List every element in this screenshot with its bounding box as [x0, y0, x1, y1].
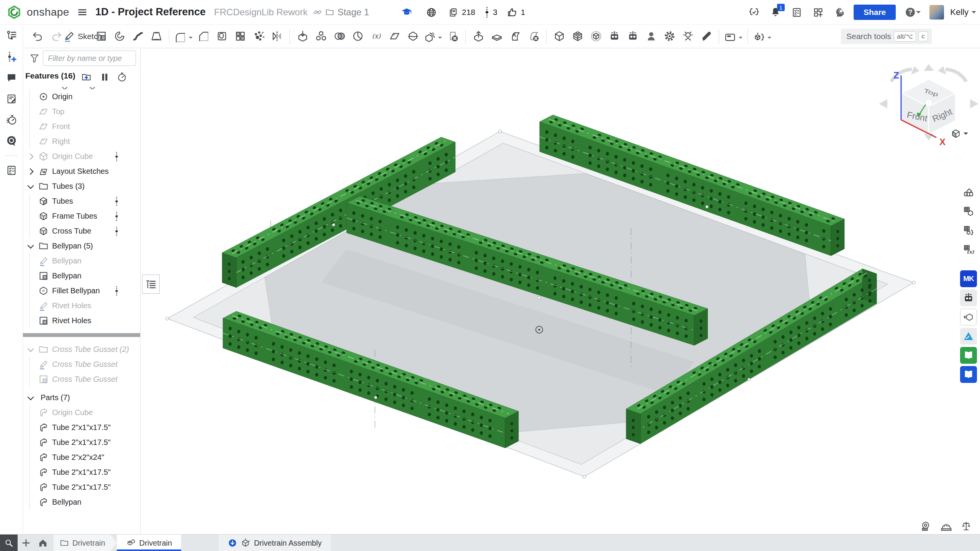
linear-pattern-button[interactable] — [231, 27, 249, 46]
chevron-icon[interactable] — [26, 408, 35, 417]
mkcad-app-button[interactable]: MK — [960, 270, 977, 287]
delete-part-button[interactable] — [443, 27, 462, 46]
view-options-button[interactable] — [947, 126, 971, 141]
main-menu-button[interactable] — [75, 5, 90, 20]
fillet-button[interactable] — [173, 28, 194, 47]
chevron-icon[interactable] — [26, 468, 35, 477]
rotate-east-arrow[interactable] — [970, 99, 978, 108]
mate-connector-button[interactable] — [679, 27, 697, 46]
feature-row[interactable]: Tube 2"x1"x17.5" — [23, 465, 140, 480]
chevron-icon[interactable] — [26, 137, 35, 146]
feature-row[interactable]: Tube 2"x1"x17.5" — [23, 420, 140, 435]
chevron-icon[interactable] — [26, 316, 35, 325]
derived-button[interactable] — [293, 27, 312, 46]
mirror-button[interactable] — [268, 27, 286, 46]
chevron-icon[interactable] — [26, 182, 35, 191]
history-button[interactable] — [3, 112, 20, 128]
feature-row[interactable]: Rivet Holes — [23, 313, 140, 328]
feature-row[interactable]: Fillet Bellypan — [23, 283, 140, 298]
model-canvas[interactable]: Top Front Right Z X — [141, 48, 980, 534]
chevron-icon[interactable] — [26, 227, 35, 236]
chevron-icon[interactable] — [26, 423, 35, 432]
split-button[interactable] — [404, 27, 422, 46]
sketch-button[interactable]: Sketch — [74, 27, 92, 46]
measure-button[interactable] — [918, 518, 934, 535]
composite-part-button[interactable] — [312, 27, 330, 46]
public-document-button[interactable] — [424, 5, 439, 20]
folder-name[interactable]: Stage 1 — [337, 7, 369, 18]
robot-feature-button[interactable] — [605, 27, 623, 46]
chevron-icon[interactable] — [26, 107, 35, 116]
graphics-viewport[interactable]: Top Front Right Z X — [141, 48, 980, 534]
suspend-rollback-button[interactable] — [100, 70, 113, 83]
learning-center-button[interactable] — [3, 133, 20, 149]
chevron-icon[interactable] — [26, 375, 35, 384]
tab-drivetrain[interactable]: Drivetrain — [117, 535, 182, 551]
overflow-dots-icon[interactable] — [115, 226, 118, 236]
feature-row[interactable]: Tube 2"x1"x17.5" — [23, 435, 140, 450]
new-tab-button[interactable] — [18, 535, 34, 551]
configurations-button[interactable] — [960, 203, 977, 220]
transform-button[interactable] — [422, 28, 443, 47]
regeneration-time-button[interactable] — [117, 70, 130, 83]
chevron-icon[interactable] — [26, 438, 35, 447]
overflow-dots-icon[interactable] — [115, 211, 118, 221]
comments-button[interactable] — [3, 70, 20, 86]
chevron-icon[interactable] — [26, 92, 35, 101]
revolve-button[interactable] — [110, 27, 129, 46]
user-avatar[interactable] — [929, 5, 944, 20]
chevron-icon[interactable] — [26, 286, 35, 296]
material-feature-button[interactable] — [642, 27, 660, 46]
feature-row[interactable]: Bellypan — [23, 253, 140, 268]
feature-row[interactable]: Top — [23, 104, 140, 119]
chevron-icon[interactable] — [26, 393, 35, 402]
cad-app-button[interactable] — [960, 328, 977, 345]
robot-app-button[interactable] — [960, 289, 977, 306]
loft-button[interactable] — [147, 27, 165, 46]
variable-button[interactable] — [367, 27, 385, 46]
feature-row[interactable]: Layout Sketches — [23, 164, 140, 179]
chevron-icon[interactable] — [26, 212, 35, 221]
export-app-button[interactable] — [960, 309, 977, 325]
chevron-icon[interactable] — [26, 345, 35, 354]
move-face-button[interactable] — [506, 27, 524, 46]
feature-row[interactable]: Front — [23, 119, 140, 134]
feature-row[interactable]: Origin Cube — [23, 149, 140, 164]
robot-feature-2-button[interactable] — [623, 27, 642, 46]
feature-list-panel-button[interactable] — [3, 28, 20, 44]
feature-row[interactable]: Origin Cube — [23, 405, 140, 420]
breadcrumb-folder-tab[interactable]: Drivetrain — [54, 535, 117, 551]
chevron-icon[interactable] — [26, 271, 35, 281]
chamfer-button[interactable] — [194, 27, 213, 46]
chevron-icon[interactable] — [26, 360, 35, 369]
documents-home-button[interactable] — [34, 535, 51, 551]
custom-tube-feature-button[interactable] — [568, 27, 587, 46]
feature-row[interactable]: Origin — [23, 89, 140, 104]
chevron-icon[interactable] — [26, 483, 35, 492]
feature-row[interactable]: Parts (7) — [23, 390, 140, 405]
rotate-right-arrow[interactable] — [946, 69, 966, 82]
feature-row[interactable]: Frame Tubes — [23, 209, 140, 224]
appearance-panel-button[interactable] — [960, 184, 977, 201]
notifications-button[interactable]: 1 — [768, 5, 783, 20]
overflow-dots-icon[interactable] — [115, 286, 118, 296]
tool-search-input[interactable] — [846, 32, 892, 41]
chevron-icon[interactable] — [26, 498, 35, 507]
tasks-list-button[interactable] — [789, 5, 805, 20]
filter-input[interactable] — [43, 51, 136, 66]
help-menu-button[interactable] — [902, 5, 923, 20]
delete-face-button[interactable] — [524, 27, 543, 46]
feature-row[interactable]: Tubes — [23, 194, 140, 209]
undo-button[interactable] — [28, 27, 47, 46]
feature-row[interactable]: Right — [23, 134, 140, 149]
feature-row[interactable]: Cross Tube Gusset — [23, 372, 140, 387]
plane-button[interactable] — [385, 27, 404, 46]
ai-assistant-button[interactable] — [832, 5, 847, 20]
sweep-button[interactable] — [129, 27, 147, 46]
chevron-icon[interactable] — [26, 242, 35, 251]
rollback-bar[interactable] — [23, 333, 140, 337]
feature-row[interactable]: Cross Tube Gusset — [23, 357, 140, 372]
insert-version-button[interactable] — [3, 49, 20, 65]
share-button[interactable]: Share — [854, 5, 896, 20]
feature-row[interactable]: Bellypan — [23, 495, 140, 510]
